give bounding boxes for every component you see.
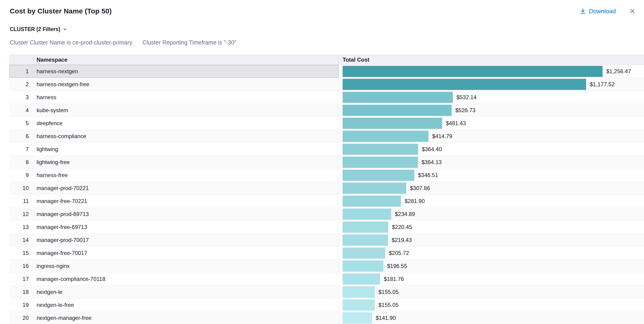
cluster-filter-label: CLUSTER (2 Filters) bbox=[10, 26, 60, 33]
table-row[interactable]: 11 manager-free-70221 $281.90 bbox=[9, 195, 644, 208]
table-row[interactable]: 4 kube-system $526.73 bbox=[9, 104, 644, 117]
download-button[interactable]: Download bbox=[580, 8, 616, 15]
table-row[interactable]: 20 nextgen-manager-free $141.90 bbox=[9, 311, 644, 324]
cost-bar bbox=[342, 312, 372, 323]
table-row[interactable]: 12 manager-prod-69713 $234.89 bbox=[9, 208, 644, 221]
cost-bar bbox=[342, 92, 453, 103]
row-cost-label: $196.55 bbox=[387, 263, 407, 269]
row-cost-cell: $155.05 bbox=[339, 298, 644, 311]
table-row[interactable]: 19 nextgen-le-free $155.05 bbox=[9, 298, 644, 311]
table-row[interactable]: 18 nextgen-le $155.05 bbox=[9, 285, 644, 298]
row-cost-label: $364.13 bbox=[422, 159, 442, 166]
row-left-group: 1 harness-nextgen bbox=[9, 65, 339, 78]
cost-table: Namespace Total Cost 1 harness-nextgen $… bbox=[9, 55, 644, 324]
cost-bar bbox=[342, 105, 452, 116]
table-row[interactable]: 14 manager-prod-70017 $219.43 bbox=[9, 234, 644, 247]
close-icon bbox=[629, 8, 636, 15]
row-index: 1 bbox=[9, 65, 33, 78]
row-namespace: nextgen-le-free bbox=[33, 298, 339, 311]
cluster-filter-toggle[interactable]: CLUSTER (2 Filters) bbox=[10, 26, 634, 33]
download-icon bbox=[580, 8, 586, 14]
row-index: 19 bbox=[9, 298, 33, 311]
cost-bar bbox=[342, 79, 586, 90]
row-left-group: 11 manager-free-70221 bbox=[9, 195, 339, 207]
row-cost-label: $307.86 bbox=[410, 185, 430, 192]
row-cost-label: $219.43 bbox=[392, 237, 412, 243]
table-row[interactable]: 6 harness-compliance $414.79 bbox=[9, 130, 644, 143]
table-row[interactable]: 1 harness-nextgen $1,256.47 bbox=[9, 65, 644, 78]
row-cost-label: $281.90 bbox=[405, 198, 425, 204]
row-cost-cell: $141.90 bbox=[339, 311, 644, 324]
row-index: 20 bbox=[9, 311, 33, 324]
cost-bar bbox=[342, 170, 414, 181]
table-row[interactable]: 15 manager-free-70017 $205.72 bbox=[9, 247, 644, 260]
row-left-group: 15 manager-free-70017 bbox=[9, 247, 339, 259]
row-cost-label: $1,177.52 bbox=[590, 81, 614, 88]
row-index: 9 bbox=[9, 169, 33, 182]
cost-bar bbox=[342, 286, 375, 297]
row-left-group: 7 lightwing bbox=[9, 143, 339, 155]
row-cost-label: $526.73 bbox=[455, 107, 476, 114]
row-cost-cell: $220.45 bbox=[339, 221, 644, 233]
row-cost-cell: $526.73 bbox=[339, 104, 644, 117]
row-index: 14 bbox=[9, 234, 33, 246]
row-cost-cell: $414.79 bbox=[339, 130, 644, 142]
row-cost-cell: $181.76 bbox=[339, 273, 644, 285]
table-row[interactable]: 2 harness-nextgen-free $1,177.52 bbox=[9, 78, 644, 91]
cost-bar bbox=[342, 222, 388, 233]
table-row[interactable]: 16 ingress-nginx $196.55 bbox=[9, 260, 644, 273]
row-cost-label: $141.90 bbox=[376, 315, 396, 321]
applied-filters: Cluster Cluster Name is ce-prod-cluster-… bbox=[10, 39, 634, 46]
row-left-group: 3 harness bbox=[9, 91, 339, 104]
row-left-group: 19 nextgen-le-free bbox=[9, 298, 339, 311]
row-index: 2 bbox=[9, 78, 33, 91]
cost-bar bbox=[342, 260, 383, 272]
row-left-group: 6 harness-compliance bbox=[9, 130, 339, 142]
chevron-down-icon bbox=[63, 27, 67, 32]
row-cost-label: $205.72 bbox=[389, 250, 409, 256]
cost-bar bbox=[342, 235, 388, 246]
row-left-group: 5 deepfence bbox=[9, 117, 339, 129]
row-cost-label: $481.43 bbox=[446, 120, 466, 126]
row-left-group: 14 manager-prod-70017 bbox=[9, 234, 339, 246]
row-index: 10 bbox=[9, 182, 33, 195]
row-namespace: manager-prod-70017 bbox=[33, 234, 339, 246]
cost-bar bbox=[342, 144, 418, 155]
row-left-group: 9 harness-free bbox=[9, 169, 339, 182]
header-cell-total-cost: Total Cost bbox=[339, 55, 644, 65]
row-namespace: manager-free-70221 bbox=[33, 195, 339, 207]
row-left-group: 13 manager-free-69713 bbox=[9, 221, 339, 233]
row-namespace: harness bbox=[33, 91, 339, 104]
row-cost-label: $364.40 bbox=[422, 146, 442, 152]
table-row[interactable]: 5 deepfence $481.43 bbox=[9, 117, 644, 130]
row-cost-cell: $155.05 bbox=[339, 285, 644, 298]
cost-bar bbox=[342, 196, 401, 207]
table-row[interactable]: 8 lightwing-free $364.13 bbox=[9, 156, 644, 169]
cost-bar bbox=[342, 299, 375, 310]
row-namespace: harness-nextgen-free bbox=[33, 78, 339, 91]
table-row[interactable]: 3 harness $532.14 bbox=[9, 91, 644, 104]
row-index: 5 bbox=[9, 117, 33, 129]
row-index: 12 bbox=[9, 208, 33, 220]
row-index: 7 bbox=[9, 143, 33, 155]
table-row[interactable]: 7 lightwing $364.40 bbox=[9, 143, 644, 156]
row-index: 6 bbox=[9, 130, 33, 142]
table-row[interactable]: 9 harness-free $346.51 bbox=[9, 169, 644, 182]
row-index: 18 bbox=[9, 285, 33, 298]
table-row[interactable]: 13 manager-free-69713 $220.45 bbox=[9, 221, 644, 234]
row-left-group: 12 manager-prod-69713 bbox=[9, 208, 339, 220]
row-cost-label: $155.05 bbox=[378, 302, 398, 308]
row-cost-cell: $196.55 bbox=[339, 260, 644, 272]
row-index: 15 bbox=[9, 247, 33, 259]
row-cost-cell: $532.14 bbox=[339, 91, 644, 104]
filter-item-timeframe: Cluster Reporting Timeframe is "-30" bbox=[142, 39, 236, 46]
row-index: 16 bbox=[9, 260, 33, 272]
row-cost-label: $220.45 bbox=[392, 224, 412, 230]
row-namespace: kube-system bbox=[33, 104, 339, 117]
row-index: 13 bbox=[9, 221, 33, 233]
row-namespace: nextgen-manager-free bbox=[33, 311, 339, 324]
row-left-group: 10 manager-prod-70221 bbox=[9, 182, 339, 195]
table-row[interactable]: 17 manager-compliance-70118 $181.76 bbox=[9, 273, 644, 285]
table-row[interactable]: 10 manager-prod-70221 $307.86 bbox=[9, 182, 644, 195]
close-button[interactable] bbox=[628, 7, 637, 16]
